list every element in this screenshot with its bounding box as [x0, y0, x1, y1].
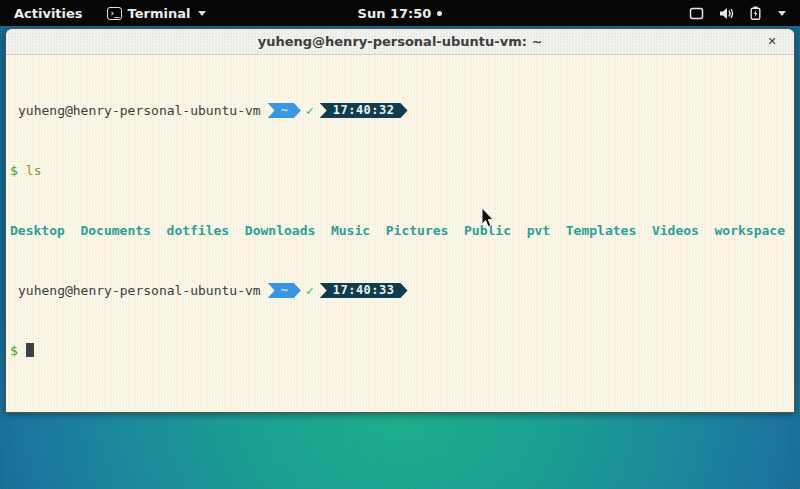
prompt-path-segment: ~	[268, 103, 301, 118]
directory-entry: workspace	[715, 223, 785, 238]
prompt-time-segment: 17:40:32	[320, 103, 408, 118]
directory-entry: Templates	[566, 223, 636, 238]
typed-command: ls	[26, 163, 42, 178]
directory-entry: Videos	[652, 223, 699, 238]
directory-entry: Downloads	[245, 223, 315, 238]
prompt-host: yuheng@henry-personal-ubuntu-vm	[18, 103, 261, 118]
prompt-line-2: yuheng@henry-personal-ubuntu-vm~✓17:40:3…	[10, 283, 790, 298]
directory-entry: dotfiles	[167, 223, 230, 238]
current-input-line: $	[10, 343, 790, 358]
close-icon[interactable]: ✕	[764, 34, 780, 50]
directory-entry: Music	[331, 223, 370, 238]
chevron-down-icon	[198, 11, 206, 16]
terminal-window: yuheng@henry-personal-ubuntu-vm: ~ ✕ yuh…	[5, 28, 795, 413]
app-menu-label: Terminal	[128, 6, 191, 21]
prompt-symbol: $	[10, 343, 18, 358]
system-status-menu[interactable]	[689, 0, 800, 26]
prompt-line-1: yuheng@henry-personal-ubuntu-vm~✓17:40:3…	[10, 103, 790, 118]
app-menu-terminal[interactable]: Terminal	[97, 0, 217, 26]
prompt-path-segment: ~	[268, 283, 301, 298]
window-titlebar[interactable]: yuheng@henry-personal-ubuntu-vm: ~ ✕	[6, 29, 794, 55]
battery-charging-icon	[750, 6, 761, 20]
prompt-host: yuheng@henry-personal-ubuntu-vm	[18, 283, 261, 298]
screen-icon	[689, 7, 704, 20]
prompt-symbol: $	[10, 163, 18, 178]
clock-label[interactable]: Sun 17:50	[358, 6, 432, 21]
gnome-top-bar: Activities Terminal Sun 17:50	[0, 0, 800, 26]
directory-entry: Public	[464, 223, 511, 238]
volume-icon	[719, 7, 735, 20]
directory-entry: pvt	[527, 223, 550, 238]
terminal-app-icon	[107, 7, 122, 20]
activities-button[interactable]: Activities	[0, 0, 97, 26]
terminal-cursor	[26, 343, 34, 357]
ls-output-line: Desktop Documents dotfiles Downloads Mus…	[10, 223, 790, 238]
prompt-time-segment: 17:40:33	[320, 283, 408, 298]
status-check-icon: ✓	[306, 283, 314, 298]
notification-dot-icon	[437, 11, 442, 16]
directory-entry: Desktop	[10, 223, 65, 238]
chevron-down-icon	[778, 11, 786, 16]
terminal-screen[interactable]: yuheng@henry-personal-ubuntu-vm~✓17:40:3…	[6, 55, 794, 413]
directory-entry: Pictures	[386, 223, 449, 238]
command-line: $ls	[10, 163, 790, 178]
directory-entry: Documents	[80, 223, 150, 238]
top-bar-left: Activities Terminal	[0, 0, 216, 26]
status-check-icon: ✓	[306, 103, 314, 118]
window-title: yuheng@henry-personal-ubuntu-vm: ~	[258, 34, 543, 49]
